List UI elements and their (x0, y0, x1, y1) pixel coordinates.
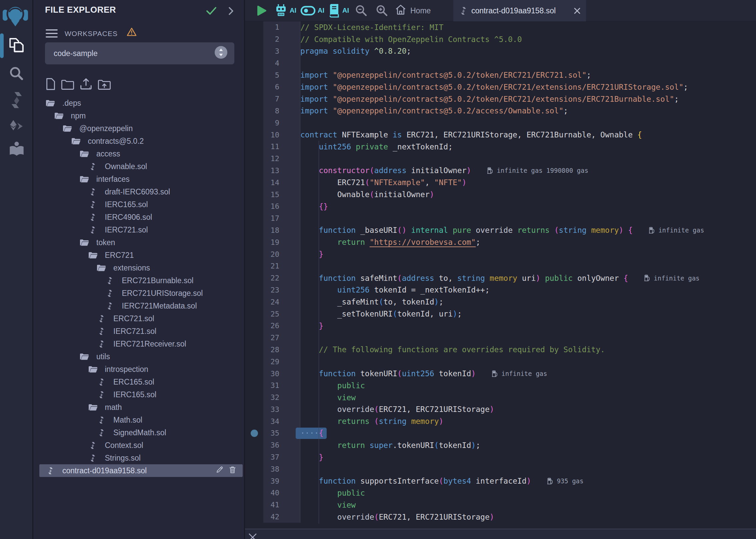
fold-gutter[interactable] (283, 248, 300, 260)
tree-item-ERC165.sol[interactable]: ERC165.sol (33, 376, 244, 388)
line-number[interactable]: 12 (263, 153, 283, 165)
breakpoint-margin[interactable] (245, 296, 263, 308)
fold-gutter[interactable] (283, 392, 300, 404)
breakpoint-margin[interactable] (245, 451, 263, 463)
code-line-content[interactable]: contract NFTExample is ERC721, ERC721URI… (300, 129, 756, 141)
breakpoint-margin[interactable] (245, 344, 263, 356)
breakpoint-margin[interactable] (245, 69, 263, 81)
fold-gutter[interactable] (283, 451, 300, 463)
tree-item-extensions[interactable]: extensions (33, 261, 244, 274)
breakpoint-margin[interactable] (245, 153, 263, 165)
fold-gutter[interactable] (283, 368, 300, 380)
breakpoint-margin[interactable] (245, 224, 263, 236)
code-line-content[interactable]: import "@openzeppelin/contracts@5.0.2/ac… (300, 105, 756, 117)
code-line-content[interactable]: // SPDX-License-Identifier: MIT (300, 21, 756, 33)
breakpoint-margin[interactable] (245, 93, 263, 105)
ai-assistant-robot-icon[interactable] (274, 4, 288, 19)
fold-gutter[interactable] (283, 475, 300, 487)
breakpoint-margin[interactable] (245, 368, 263, 380)
fold-gutter[interactable] (283, 200, 300, 212)
tree-item-interfaces[interactable]: interfaces (33, 173, 244, 185)
line-number[interactable]: 19 (263, 236, 283, 248)
new-file-icon[interactable] (45, 78, 56, 90)
tab-home[interactable]: Home (395, 0, 431, 21)
code-line-content[interactable]: // Compatible with OpenZeppelin Contract… (300, 33, 756, 45)
line-number[interactable]: 33 (263, 404, 283, 416)
tree-item-IERC165.sol[interactable]: IERC165.sol (33, 198, 244, 211)
fold-gutter[interactable] (283, 81, 300, 93)
breakpoint-margin[interactable] (245, 176, 263, 188)
tree-item-IERC165.sol[interactable]: IERC165.sol (33, 388, 244, 401)
fold-gutter[interactable] (283, 260, 300, 272)
breakpoint-margin[interactable] (245, 284, 263, 296)
code-line-content[interactable]: constructor(address initialOwner)infinit… (300, 165, 756, 177)
code-line-content[interactable]: Ownable(initialOwner) (300, 188, 756, 200)
tree-item-Math.sol[interactable]: Math.sol (33, 414, 244, 426)
fold-gutter[interactable] (283, 57, 300, 69)
fold-gutter[interactable] (283, 308, 300, 320)
code-line-content[interactable] (300, 356, 756, 368)
tree-item-SignedMath.sol[interactable]: SignedMath.sol (33, 426, 244, 439)
tree-item-Context.sol[interactable]: Context.sol (33, 439, 244, 452)
fold-gutter[interactable] (283, 404, 300, 416)
line-number[interactable]: 29 (263, 356, 283, 368)
fold-gutter[interactable] (283, 129, 300, 141)
line-number[interactable]: 22 (263, 272, 283, 284)
line-number[interactable]: 6 (263, 81, 283, 93)
code-line-content[interactable] (300, 117, 756, 129)
fold-gutter[interactable] (283, 188, 300, 200)
tree-item-contract-d019aa9158.sol[interactable]: contract-d019aa9158.sol (39, 464, 243, 477)
code-line-content[interactable]: _safeMint(to, tokenId); (300, 296, 756, 308)
breakpoint-margin[interactable] (245, 200, 263, 212)
line-number[interactable]: 35 (263, 427, 283, 439)
tree-item-ERC721[interactable]: ERC721 (33, 249, 244, 261)
confirm-check-icon[interactable] (206, 7, 217, 17)
code-line-content[interactable]: return "https://vorobevsa.com"; (300, 236, 756, 248)
breakpoint-margin[interactable] (245, 57, 263, 69)
breakpoint-margin[interactable] (245, 248, 263, 260)
line-number[interactable]: 18 (263, 224, 283, 236)
code-line-content[interactable] (300, 57, 756, 69)
breakpoint-dot[interactable] (251, 430, 258, 437)
code-line-content[interactable]: view (300, 392, 756, 404)
tree-item-access[interactable]: access (33, 147, 244, 160)
code-line-content[interactable]: function safeMint(address to, string mem… (300, 272, 756, 284)
code-line-content[interactable]: function tokenURI(uint256 tokenId)infini… (300, 368, 756, 380)
code-line-content[interactable]: } (300, 248, 756, 260)
line-number[interactable]: 9 (263, 117, 283, 129)
fold-gutter[interactable] (283, 45, 300, 57)
search-icon[interactable] (9, 66, 24, 82)
tree-item-npm[interactable]: npm (33, 109, 244, 122)
line-number[interactable]: 41 (263, 499, 283, 511)
fold-gutter[interactable] (283, 511, 300, 523)
tree-item-contracts@5.0.2[interactable]: contracts@5.0.2 (33, 135, 244, 147)
fold-gutter[interactable] (283, 33, 300, 45)
fold-gutter[interactable] (283, 117, 300, 129)
line-number[interactable]: 31 (263, 380, 283, 392)
tree-item-draft-IERC6093.sol[interactable]: draft-IERC6093.sol (33, 185, 244, 198)
code-line-content[interactable]: uint256 tokenId = _nextTokenId++; (300, 284, 756, 296)
tree-item-IERC721Receiver.sol[interactable]: IERC721Receiver.sol (33, 338, 244, 350)
fold-gutter[interactable] (283, 165, 300, 177)
line-number[interactable]: 21 (263, 260, 283, 272)
code-line-content[interactable]: returns (string memory) (300, 415, 756, 427)
code-line-content[interactable]: override(ERC721, ERC721URIStorage) (300, 404, 756, 416)
tree-item-utils[interactable]: utils (33, 350, 244, 363)
breakpoint-margin[interactable] (245, 188, 263, 200)
tree-item-IERC721.sol[interactable]: IERC721.sol (33, 223, 244, 236)
code-line-content[interactable]: override(ERC721, ERC721URIStorage) (300, 511, 756, 523)
fold-gutter[interactable] (283, 176, 300, 188)
tree-item-IERC721Metadata.sol[interactable]: IERC721Metadata.sol (33, 300, 244, 312)
workspace-warning-icon[interactable] (127, 27, 137, 38)
tree-item-.deps[interactable]: .deps (33, 97, 244, 109)
learneth-icon[interactable] (9, 141, 25, 157)
line-number[interactable]: 38 (263, 463, 283, 475)
code-line-content[interactable]: pragma solidity ^0.8.20; (300, 45, 756, 57)
run-script-icon[interactable] (257, 5, 266, 17)
fold-gutter[interactable] (283, 21, 300, 33)
code-editor[interactable]: 1// SPDX-License-Identifier: MIT2// Comp… (245, 21, 756, 529)
breakpoint-margin[interactable] (245, 165, 263, 177)
breakpoint-margin[interactable] (245, 392, 263, 404)
line-number[interactable]: 4 (263, 57, 283, 69)
code-line-content[interactable]: import "@openzeppelin/contracts@5.0.2/to… (300, 69, 756, 81)
